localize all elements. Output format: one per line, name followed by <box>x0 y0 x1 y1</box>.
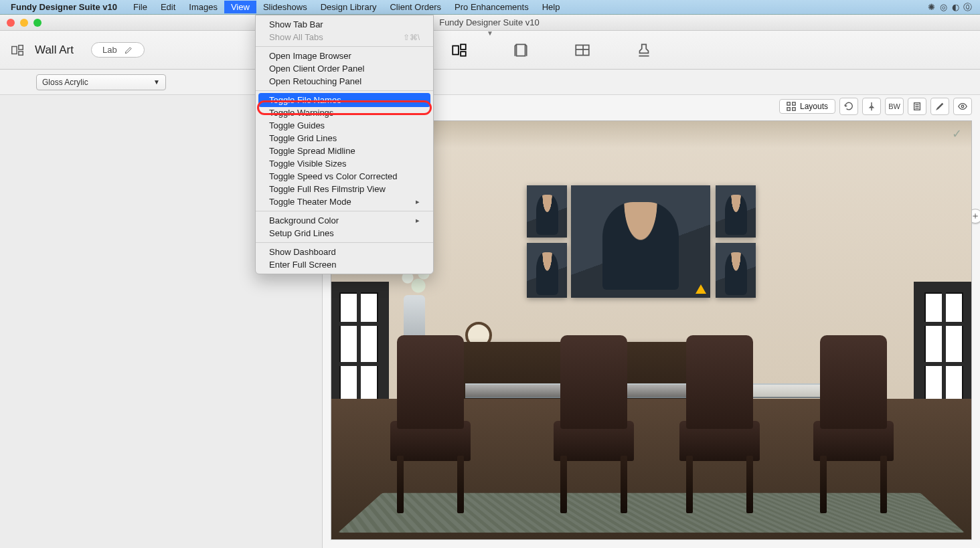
menu-toggle-full-res-filmstrip[interactable]: Toggle Full Res Filmstrip View <box>256 183 433 195</box>
system-menubar: Fundy Designer Suite v10 File Edit Image… <box>0 0 980 15</box>
calculator-button[interactable] <box>908 98 926 115</box>
wall-art-frame-bottom-left[interactable] <box>527 243 567 298</box>
menu-view[interactable]: View <box>224 1 256 13</box>
menu-pro-enhancements[interactable]: Pro Enhancements <box>448 1 536 13</box>
menu-toggle-warnings[interactable]: Toggle Warnings <box>256 106 433 119</box>
svg-rect-7 <box>787 102 790 105</box>
options-row: Gloss Acrylic ▼ <box>0 70 980 95</box>
menu-show-dashboard[interactable]: Show Dashboard <box>256 246 433 258</box>
svg-rect-1 <box>19 45 23 49</box>
status-icon-4[interactable]: ⓪ <box>961 1 973 13</box>
svg-rect-3 <box>453 45 459 54</box>
menu-show-all-tabs: Show All Tabs⇧⌘\ <box>256 31 433 43</box>
menu-enter-full-screen[interactable]: Enter Full Screen <box>256 258 433 271</box>
svg-rect-4 <box>461 44 466 50</box>
chevron-down-icon: ▼ <box>153 78 160 86</box>
close-window-button[interactable] <box>7 19 15 27</box>
window-title: Fundy Designer Suite v10 <box>42 17 937 27</box>
svg-rect-0 <box>12 46 17 54</box>
svg-rect-5 <box>461 52 466 56</box>
menu-open-client-order-panel[interactable]: Open Client Order Panel <box>256 62 433 75</box>
menu-toggle-visible-sizes[interactable]: Toggle Visible Sizes <box>256 157 433 170</box>
warning-icon <box>696 284 706 294</box>
menu-toggle-theater-mode[interactable]: Toggle Theater Mode <box>256 195 433 208</box>
svg-rect-9 <box>787 108 790 110</box>
product-select[interactable]: Gloss Acrylic ▼ <box>36 74 166 90</box>
menu-toggle-spread-midline[interactable]: Toggle Spread Midline <box>256 145 433 157</box>
pin-button[interactable] <box>862 98 881 115</box>
layout-grid-icon[interactable] <box>572 39 593 61</box>
room-chair-2 <box>554 335 634 513</box>
menu-toggle-grid-lines[interactable]: Toggle Grid Lines <box>256 132 433 145</box>
menu-show-tab-bar[interactable]: Show Tab Bar <box>256 18 433 31</box>
svg-rect-2 <box>19 51 23 55</box>
svg-rect-6 <box>576 45 589 55</box>
menu-help[interactable]: Help <box>536 1 567 13</box>
menu-file[interactable]: File <box>127 1 154 13</box>
menu-slideshows[interactable]: Slideshows <box>256 1 314 13</box>
wall-art-frame-bottom-right[interactable] <box>716 243 756 298</box>
room-chair-1 <box>390 335 471 513</box>
menu-open-retouching-panel[interactable]: Open Retouching Panel <box>256 75 433 88</box>
room-table <box>465 383 864 398</box>
minimize-window-button[interactable] <box>20 19 28 27</box>
bw-button[interactable]: BW <box>885 98 904 115</box>
menu-client-orders[interactable]: Client Orders <box>383 1 448 13</box>
menu-background-color[interactable]: Background Color <box>256 214 433 227</box>
preview-button[interactable] <box>953 98 972 115</box>
menu-open-image-browser[interactable]: Open Image Browser <box>256 50 433 62</box>
traffic-lights <box>7 19 42 27</box>
lab-label: Lab <box>102 45 117 55</box>
menu-toggle-file-names[interactable]: Toggle File Names <box>256 94 433 106</box>
tab-indicator-icon[interactable]: ▼ <box>487 29 493 37</box>
menu-toggle-speed-color[interactable]: Toggle Speed vs Color Corrected <box>256 170 433 183</box>
bw-label: BW <box>888 102 900 110</box>
svg-rect-8 <box>793 102 795 105</box>
menu-edit[interactable]: Edit <box>154 1 182 13</box>
refresh-button[interactable] <box>839 98 858 115</box>
main-split: Layouts BW ＋ ✓ <box>0 95 980 548</box>
status-icon-3[interactable]: ◐ <box>949 2 961 12</box>
check-icon[interactable]: ✓ <box>952 126 962 141</box>
view-menu-dropdown: Show Tab Bar Show All Tabs⇧⌘\ Open Image… <box>255 15 434 274</box>
window-titlebar: Fundy Designer Suite v10 <box>0 15 980 31</box>
stamp-icon[interactable] <box>633 39 655 61</box>
layouts-button[interactable]: Layouts <box>779 99 835 114</box>
pencil-icon <box>124 45 133 55</box>
menu-toggle-guides[interactable]: Toggle Guides <box>256 119 433 132</box>
menubar-app-name[interactable]: Fundy Designer Suite v10 <box>11 2 117 12</box>
wall-art-icon[interactable] <box>448 39 470 61</box>
wall-art-mode-icon <box>9 42 25 58</box>
product-select-value: Gloss Acrylic <box>42 78 88 87</box>
room-chair-4 <box>813 335 894 513</box>
grid-icon <box>787 102 796 111</box>
album-icon[interactable] <box>510 39 532 61</box>
room-chair-3 <box>679 335 760 513</box>
svg-point-12 <box>961 105 964 108</box>
layouts-label: Layouts <box>800 102 828 111</box>
mode-title: Wall Art <box>35 43 74 57</box>
lab-pill[interactable]: Lab <box>91 42 145 58</box>
menu-design-library[interactable]: Design Library <box>314 1 384 13</box>
status-icon-2[interactable]: ◎ <box>937 2 949 12</box>
wall-art-frame-center[interactable] <box>571 185 710 298</box>
zoom-window-button[interactable] <box>33 19 42 27</box>
app-window: Fundy Designer Suite v10 ▼ Wall Art Lab … <box>0 15 980 548</box>
menu-images[interactable]: Images <box>182 1 224 13</box>
menu-setup-grid-lines[interactable]: Setup Grid Lines <box>256 227 433 240</box>
wall-art-frame-top-right[interactable] <box>716 185 756 238</box>
edit-button[interactable] <box>930 98 949 115</box>
svg-rect-10 <box>793 108 795 110</box>
status-icon-1[interactable]: ✺ <box>925 2 937 12</box>
wall-art-frame-top-left[interactable] <box>527 185 567 238</box>
